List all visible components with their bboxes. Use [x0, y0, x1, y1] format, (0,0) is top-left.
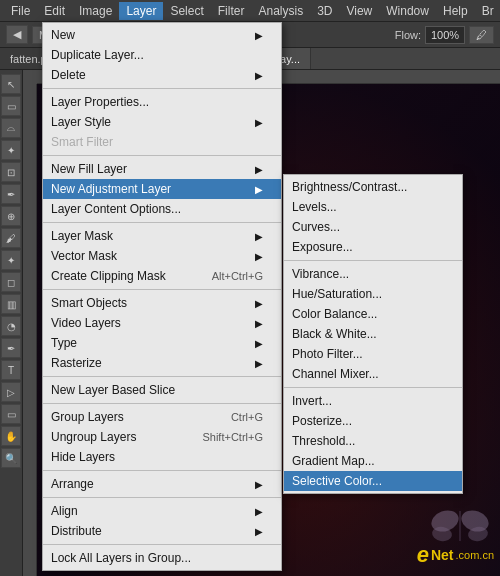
menu-item-duplicate[interactable]: Duplicate Layer... [43, 45, 281, 65]
submenu-arrow-fill: ▶ [255, 164, 263, 175]
menu-sep-8 [43, 497, 281, 498]
submenu-bw[interactable]: Black & White... [284, 324, 462, 344]
watermark-net: Net [431, 547, 454, 563]
menu-item-clipping-mask[interactable]: Create Clipping Mask Alt+Ctrl+G [43, 266, 281, 286]
shortcut-clipping: Alt+Ctrl+G [212, 270, 263, 282]
tool-brush[interactable]: 🖌 [1, 228, 21, 248]
submenu-arrow-adj: ▶ [255, 184, 263, 195]
menu-item-arrange[interactable]: Arrange ▶ [43, 474, 281, 494]
menu-item-layer-content[interactable]: Layer Content Options... [43, 199, 281, 219]
menu-filter[interactable]: Filter [211, 2, 252, 20]
menu-sep-5 [43, 376, 281, 377]
submenu-curves[interactable]: Curves... [284, 217, 462, 237]
tool-gradient[interactable]: ▥ [1, 294, 21, 314]
menu-item-distribute[interactable]: Distribute ▶ [43, 521, 281, 541]
adjustment-submenu[interactable]: Brightness/Contrast... Levels... Curves.… [283, 174, 463, 494]
submenu-arrow-vector: ▶ [255, 251, 263, 262]
tool-shape[interactable]: ▭ [1, 404, 21, 424]
shortcut-ungroup: Shift+Ctrl+G [202, 431, 263, 443]
menu-help[interactable]: Help [436, 2, 475, 20]
layer-menu-popup[interactable]: New ▶ Duplicate Layer... Delete ▶ Layer … [42, 22, 282, 571]
menu-bar: File Edit Image Layer Select Filter Anal… [0, 0, 500, 22]
menu-item-layer-mask[interactable]: Layer Mask ▶ [43, 226, 281, 246]
submenu-arrow-mask: ▶ [255, 231, 263, 242]
menu-item-align[interactable]: Align ▶ [43, 501, 281, 521]
menu-item-new-layer-slice[interactable]: New Layer Based Slice [43, 380, 281, 400]
menu-image[interactable]: Image [72, 2, 119, 20]
tool-magic[interactable]: ✦ [1, 140, 21, 160]
submenu-arrow-rasterize: ▶ [255, 358, 263, 369]
tool-move[interactable]: ↖ [1, 74, 21, 94]
submenu-arrow-new: ▶ [255, 30, 263, 41]
tool-crop[interactable]: ⊡ [1, 162, 21, 182]
menu-sep-7 [43, 470, 281, 471]
submenu-gradient-map[interactable]: Gradient Map... [284, 451, 462, 471]
submenu-invert[interactable]: Invert... [284, 391, 462, 411]
tool-path[interactable]: ▷ [1, 382, 21, 402]
submenu-threshold[interactable]: Threshold... [284, 431, 462, 451]
flow-input[interactable] [425, 26, 465, 44]
submenu-arrow-arrange: ▶ [255, 479, 263, 490]
toolbar-prev-btn[interactable]: ◀ [6, 25, 28, 44]
menu-item-hide-layers[interactable]: Hide Layers [43, 447, 281, 467]
menu-item-layer-style[interactable]: Layer Style ▶ [43, 112, 281, 132]
menu-item-delete[interactable]: Delete ▶ [43, 65, 281, 85]
tool-zoom[interactable]: 🔍 [1, 448, 21, 468]
menu-sep-2 [43, 155, 281, 156]
tool-select[interactable]: ▭ [1, 96, 21, 116]
menu-item-vector-mask[interactable]: Vector Mask ▶ [43, 246, 281, 266]
submenu-arrow-type: ▶ [255, 338, 263, 349]
submenu-arrow-distribute: ▶ [255, 526, 263, 537]
menu-item-video-layers[interactable]: Video Layers ▶ [43, 313, 281, 333]
submenu-levels[interactable]: Levels... [284, 197, 462, 217]
menu-item-rasterize[interactable]: Rasterize ▶ [43, 353, 281, 373]
tool-dodge[interactable]: ◔ [1, 316, 21, 336]
menu-sep-6 [43, 403, 281, 404]
submenu-brightness[interactable]: Brightness/Contrast... [284, 177, 462, 197]
tool-stamp[interactable]: ✦ [1, 250, 21, 270]
submenu-color-balance[interactable]: Color Balance... [284, 304, 462, 324]
menu-item-lock-all[interactable]: Lock All Layers in Group... [43, 548, 281, 568]
menu-sep-1 [43, 88, 281, 89]
flow-label: Flow: [395, 29, 421, 41]
tool-eyedropper[interactable]: ✒ [1, 184, 21, 204]
tool-pen[interactable]: ✒ [1, 338, 21, 358]
submenu-selective-color[interactable]: Selective Color... [284, 471, 462, 491]
menu-br[interactable]: Br [475, 2, 500, 20]
tool-eraser[interactable]: ◻ [1, 272, 21, 292]
menu-window[interactable]: Window [379, 2, 436, 20]
tool-lasso[interactable]: ⌓ [1, 118, 21, 138]
menu-file[interactable]: File [4, 2, 37, 20]
submenu-hue-sat[interactable]: Hue/Saturation... [284, 284, 462, 304]
menu-item-type[interactable]: Type ▶ [43, 333, 281, 353]
watermark-rest: .com.cn [455, 549, 494, 561]
submenu-channel-mixer[interactable]: Channel Mixer... [284, 364, 462, 384]
menu-layer[interactable]: Layer [119, 2, 163, 20]
submenu-posterize[interactable]: Posterize... [284, 411, 462, 431]
submenu-arrow-align: ▶ [255, 506, 263, 517]
menu-item-ungroup-layers[interactable]: Ungroup Layers Shift+Ctrl+G [43, 427, 281, 447]
submenu-photo-filter[interactable]: Photo Filter... [284, 344, 462, 364]
submenu-exposure[interactable]: Exposure... [284, 237, 462, 257]
menu-item-group-layers[interactable]: Group Layers Ctrl+G [43, 407, 281, 427]
left-toolbar: ↖ ▭ ⌓ ✦ ⊡ ✒ ⊕ 🖌 ✦ ◻ ▥ ◔ ✒ T ▷ ▭ ✋ 🔍 [0, 70, 23, 576]
menu-item-new-adj[interactable]: New Adjustment Layer ▶ [43, 179, 281, 199]
menu-edit[interactable]: Edit [37, 2, 72, 20]
menu-view[interactable]: View [339, 2, 379, 20]
butterfly-decoration [430, 506, 490, 546]
menu-item-smart-objects[interactable]: Smart Objects ▶ [43, 293, 281, 313]
tool-type[interactable]: T [1, 360, 21, 380]
toolbar-icon-btn[interactable]: 🖊 [469, 26, 494, 44]
menu-item-new-fill[interactable]: New Fill Layer ▶ [43, 159, 281, 179]
tool-hand[interactable]: ✋ [1, 426, 21, 446]
menu-sep-4 [43, 289, 281, 290]
menu-item-new[interactable]: New ▶ [43, 25, 281, 45]
submenu-arrow-smart: ▶ [255, 298, 263, 309]
submenu-vibrance[interactable]: Vibrance... [284, 264, 462, 284]
menu-3d[interactable]: 3D [310, 2, 339, 20]
menu-analysis[interactable]: Analysis [251, 2, 310, 20]
tool-heal[interactable]: ⊕ [1, 206, 21, 226]
watermark: e Net .com.cn [417, 542, 494, 568]
menu-item-layer-props[interactable]: Layer Properties... [43, 92, 281, 112]
menu-select[interactable]: Select [163, 2, 210, 20]
